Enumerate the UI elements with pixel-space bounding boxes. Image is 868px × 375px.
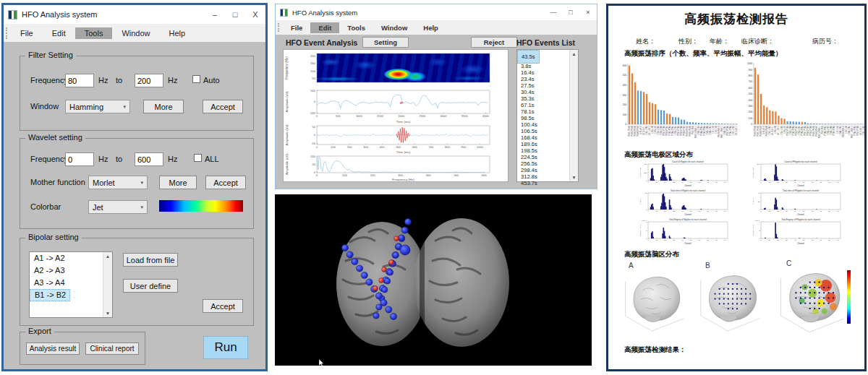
wavelet-high-input[interactable] — [135, 152, 163, 166]
hfo-events-listbox[interactable]: 1.3s2.7s3.8s16.4s23.4s27.5s30.4s35.3s43.… — [516, 49, 579, 182]
setting-button[interactable]: Setting — [362, 37, 409, 48]
scroll-down-icon[interactable]: ▼ — [571, 173, 576, 181]
svg-text:70: 70 — [707, 210, 709, 212]
close-button[interactable]: × — [579, 4, 597, 20]
menu-item-edit[interactable]: Edit — [43, 27, 75, 39]
group-legend: Filter Setting — [25, 51, 76, 59]
svg-text:PSH4-PSH5: PSH4-PSH5 — [689, 125, 692, 136]
svg-text:0: 0 — [316, 114, 318, 118]
fripple-energy-histogram: 0102030405060708090024Total Engery of FR… — [750, 217, 843, 245]
menu-item-file[interactable]: File — [11, 27, 43, 39]
svg-text:2: 2 — [759, 230, 760, 232]
svg-text:Count / times: Count / times — [752, 167, 754, 178]
svg-text:800: 800 — [445, 145, 450, 149]
event-list-item[interactable]: 67.1s — [517, 102, 569, 108]
event-list-item[interactable]: 27.5s — [517, 82, 569, 89]
svg-text:PTB7-PTB8: PTB7-PTB8 — [726, 125, 729, 135]
filter-setting-group: Filter Setting Frequency Hz to Hz Auto W… — [20, 56, 254, 131]
mother-function-label: Mother function — [30, 178, 85, 186]
svg-text:4: 4 — [759, 221, 760, 223]
event-list-item[interactable]: 98.5s — [517, 115, 569, 121]
colorbar-select[interactable]: Jet ▾ — [88, 200, 148, 214]
svg-text:Total time of FRipples for eac: Total time of FRipples for each channel — [783, 189, 819, 192]
event-list-item[interactable]: 312.8s — [517, 173, 569, 180]
scroll-up-icon[interactable]: ▲ — [106, 252, 110, 260]
svg-text:600: 600 — [623, 64, 627, 67]
minimize-button[interactable]: — — [545, 4, 562, 20]
all-checkbox[interactable] — [194, 154, 202, 162]
window-select[interactable]: Hamming ▾ — [65, 100, 130, 113]
reject-button[interactable]: Reject — [471, 37, 517, 48]
event-list-item[interactable]: 43.5s — [517, 50, 540, 64]
ripple-count-histogram: 01020304050607080900200400Count of Rippl… — [637, 160, 730, 187]
event-list-item[interactable]: 168.4s — [517, 134, 569, 141]
svg-text:20: 20 — [664, 210, 666, 212]
event-list-item[interactable]: 78.1s — [517, 108, 569, 115]
event-list-item[interactable]: 256.5s — [517, 160, 569, 167]
user-define-button[interactable]: User define — [123, 279, 178, 293]
event-list-item[interactable]: 3.8s — [517, 63, 569, 69]
event-list-item[interactable]: 16.4s — [517, 69, 569, 76]
svg-text:0: 0 — [760, 181, 762, 184]
filter-accept-button[interactable]: Accept — [203, 100, 243, 113]
analysis-result-button[interactable]: Analysis result — [26, 342, 80, 355]
filter-high-input[interactable] — [135, 74, 163, 87]
svg-text:200: 200 — [623, 103, 627, 106]
menu-item-help[interactable]: Help — [415, 22, 446, 33]
event-list-item[interactable]: 453.7s — [517, 180, 569, 186]
auto-checkbox[interactable] — [192, 75, 200, 83]
menu-item-window[interactable]: Window — [112, 27, 159, 39]
filter-low-input[interactable] — [65, 74, 94, 87]
svg-text:PSH5-PSH6: PSH5-PSH6 — [634, 125, 637, 136]
maximize-button[interactable]: □ — [225, 5, 245, 24]
event-list-item[interactable]: 224.5s — [517, 154, 569, 160]
hz-label: Hz — [168, 155, 177, 163]
scrollbar[interactable]: ▲ ▼ — [569, 50, 578, 181]
close-button[interactable]: X — [245, 5, 265, 24]
svg-text:Total Engery of FRipples for e: Total Engery of FRipples for each channe… — [781, 218, 820, 221]
bipolar-list-item[interactable]: A3 -> A4 — [30, 277, 103, 289]
svg-text:PTA2-PTA3: PTA2-PTA3 — [668, 125, 671, 135]
menu-item-help[interactable]: Help — [160, 27, 195, 39]
bipolar-list-item[interactable]: A1 -> A2 — [30, 252, 103, 264]
menu-item-edit[interactable]: Edit — [310, 22, 339, 33]
svg-text:100: 100 — [310, 155, 315, 158]
section-result-heading: 高频振荡检测结果： — [624, 345, 686, 355]
event-list-item[interactable]: 30.4s — [517, 89, 569, 95]
mother-function-select[interactable]: Morlet ▾ — [88, 176, 148, 189]
bipolar-accept-button[interactable]: Accept — [203, 299, 243, 313]
scroll-up-icon[interactable]: ▲ — [571, 50, 576, 58]
load-from-file-button[interactable]: Load from file — [123, 253, 178, 267]
wavelet-more-button[interactable]: More — [159, 176, 197, 189]
bipolar-listbox[interactable]: A1 -> A2A2 -> A3A3 -> A4B1 -> B2B2 -> B3… — [29, 251, 113, 318]
bipolar-list-item[interactable]: A2 -> A3 — [30, 264, 103, 277]
event-list-item[interactable]: 23.4s — [517, 76, 569, 82]
event-list-item[interactable]: 35.3s — [517, 95, 569, 102]
svg-text:PTA7-PTA8: PTA7-PTA8 — [833, 125, 835, 135]
event-list-item[interactable]: 106.5s — [517, 128, 569, 134]
event-list-item[interactable]: 189.6s — [517, 141, 569, 147]
clinical-report-button[interactable]: Clinical report — [85, 342, 139, 355]
svg-text:200: 200 — [644, 172, 648, 174]
scrollbar[interactable]: ▲ ▼ — [103, 252, 112, 317]
maximize-button[interactable]: □ — [562, 4, 579, 20]
bipolar-list-item[interactable]: B1 -> B2 — [30, 289, 70, 301]
event-list-item[interactable]: 298.4s — [517, 167, 569, 173]
spectrum-plot: 0100200300400500600050100Frequency (Hz)A… — [284, 154, 508, 181]
menu-item-file[interactable]: File — [283, 22, 310, 33]
svg-text:PSH13-PSH14: PSH13-PSH14 — [818, 125, 821, 138]
svg-text:PTB3-PTB4: PTB3-PTB4 — [665, 125, 668, 135]
wavelet-low-input[interactable] — [65, 152, 94, 166]
run-button[interactable]: Run — [203, 336, 248, 359]
event-list-item[interactable]: 198.5s — [517, 147, 569, 154]
menu-item-tools[interactable]: Tools — [339, 22, 373, 33]
menu-item-window[interactable]: Window — [373, 22, 415, 33]
wavelet-accept-button[interactable]: Accept — [205, 176, 246, 189]
event-list-item[interactable]: 100.4s — [517, 121, 569, 128]
filter-more-button[interactable]: More — [143, 100, 184, 113]
menu-item-tools[interactable]: Tools — [75, 27, 113, 39]
svg-text:PSH6-PSH7: PSH6-PSH7 — [637, 125, 639, 136]
window-label: Window — [30, 102, 59, 111]
scroll-down-icon[interactable]: ▼ — [106, 309, 110, 317]
minimize-button[interactable]: – — [205, 5, 225, 24]
